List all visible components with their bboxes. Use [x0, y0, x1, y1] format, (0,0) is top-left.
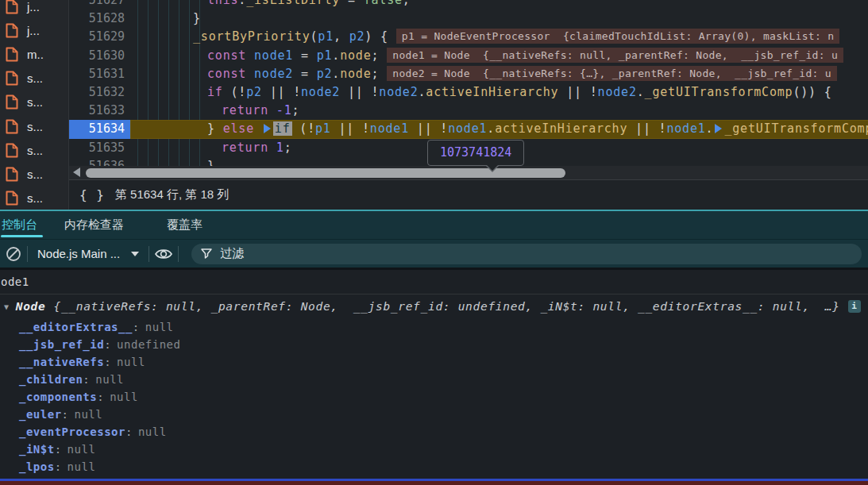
line-number[interactable]: 51628 [69, 10, 130, 28]
property-name: _iN$t [19, 443, 55, 456]
property-colon: : [83, 373, 90, 386]
drawer-tab-1[interactable]: 内存检查器 [56, 211, 132, 239]
drawer-tab-2[interactable]: 覆盖率 [159, 211, 210, 239]
code-token: node1 [666, 121, 705, 136]
code-line: 51634} else if (!p1 || !node1 || !node1.… [69, 120, 868, 138]
line-number[interactable]: 51635 [69, 139, 130, 157]
code-token: node2 [254, 67, 293, 81]
code-token: node1 [254, 48, 293, 63]
code-line-text[interactable]: this._isListDirty = false; [130, 0, 868, 10]
code-token: || ! [558, 85, 597, 99]
code-token: node1 [370, 121, 409, 136]
object-class-name: Node [16, 300, 46, 313]
source-editor: 51627this._isListDirty = false;51628}516… [69, 0, 868, 210]
execution-context-selector[interactable]: Node.js Main ... [33, 247, 144, 260]
sidebar-file-item[interactable]: s... [0, 187, 68, 210]
expander-triangle-icon[interactable]: ▼ [4, 302, 10, 311]
line-number[interactable]: 51632 [69, 83, 130, 102]
drawer-tab-0[interactable]: 控制台 [0, 211, 45, 239]
code-line-text[interactable]: const node2 = p2.node;node2 = Node {__na… [130, 65, 868, 83]
property-colon: : [55, 460, 62, 473]
property-colon: : [55, 443, 62, 456]
code-token: node2 [598, 85, 637, 99]
file-label: j... [27, 0, 40, 13]
code-line: 51632if (!p2 || !node2 || !node2.activeI… [69, 83, 868, 102]
line-number[interactable]: 51631 [69, 65, 130, 83]
code-token: 1 [276, 140, 284, 155]
code-line: 51629_sortByPriority(p1, p2) {p1 = NodeE… [69, 28, 868, 46]
code-token: ; [403, 0, 411, 7]
code-line-text[interactable]: } else if (!p1 || !node1 || !node1.activ… [130, 120, 868, 138]
live-expression-eye-icon[interactable] [154, 246, 173, 262]
code-token: (! [292, 121, 316, 136]
code-token: p2 [349, 29, 365, 44]
object-property-row: _lpos:null [0, 458, 868, 475]
code-token: } [193, 11, 201, 25]
code-token: if [273, 121, 292, 136]
toolbar-divider [149, 246, 149, 262]
sidebar-file-item[interactable]: j... [0, 18, 68, 42]
code-token: ) { [365, 29, 388, 44]
code-line-text[interactable]: const node1 = p1.node;node1 = Node {__na… [130, 47, 868, 65]
line-number[interactable]: 51627 [69, 0, 130, 10]
console-filter-input[interactable]: 过滤 [191, 244, 862, 264]
file-label: s... [27, 144, 43, 157]
line-number[interactable]: 51630 [69, 47, 130, 65]
execution-position-icon [715, 124, 722, 133]
panel-resize-handle[interactable] [0, 210, 868, 211]
code-token: node1 [448, 121, 487, 136]
object-property-row: _children:null [0, 371, 868, 388]
editor-status-bar: { } 第 51634 行, 第 18 列 [69, 179, 868, 210]
code-token: , [334, 29, 349, 44]
file-icon [6, 167, 18, 182]
code-token: else [223, 121, 254, 136]
drawer-tab-bar: 控制台内存检查器覆盖率 [0, 211, 868, 239]
code-token: . [332, 67, 340, 81]
console-toolbar: Node.js Main ... 过滤 [0, 239, 868, 268]
object-property-row: _components:null [0, 388, 868, 406]
code-token: node [340, 48, 371, 63]
object-preview-row[interactable]: ▼ Node {__nativeRefs: null, _parentRef: … [0, 294, 868, 318]
code-token: this [207, 0, 238, 7]
debug-value-annotation: p1 = NodeEventProcessor {claimedTouchIdL… [396, 29, 840, 44]
code-token: if [207, 85, 223, 99]
code-token: } [207, 121, 223, 136]
code-token: . [418, 85, 426, 99]
file-label: j... [27, 24, 40, 37]
paused-line-number[interactable]: 51634 [69, 120, 130, 138]
sidebar-file-item[interactable]: s... [0, 114, 68, 138]
file-icon [6, 143, 18, 158]
code-line: 51633return -1; [69, 102, 868, 120]
code-line: 51628} [69, 10, 868, 28]
property-value: null [138, 425, 167, 438]
sidebar-file-item[interactable]: j... [0, 0, 68, 18]
code-line-text[interactable]: return -1; [130, 102, 868, 120]
code-line-text[interactable]: } [130, 10, 868, 28]
code-token: . [487, 121, 495, 136]
sidebar-file-item[interactable]: s... [0, 90, 68, 114]
file-label: s... [27, 71, 43, 85]
code-token: ( [310, 29, 318, 44]
code-line-text[interactable]: _sortByPriority(p1, p2) {p1 = NodeEventP… [130, 28, 868, 46]
line-number[interactable]: 51629 [69, 28, 130, 46]
code-token: node2 [301, 85, 340, 99]
horizontal-scrollbar[interactable] [69, 166, 868, 179]
info-badge-icon[interactable]: i [848, 300, 861, 313]
sidebar-file-item[interactable]: s... [0, 162, 68, 186]
code-token: . [637, 85, 645, 99]
sidebar-file-item[interactable]: s... [0, 67, 68, 90]
code-token: node [340, 67, 371, 81]
scroll-left-arrow-icon[interactable] [73, 167, 80, 177]
file-icon [6, 47, 18, 62]
code-token: const [207, 67, 246, 81]
pretty-print-icon[interactable]: { } [79, 187, 105, 202]
sidebar-file-item[interactable]: s... [0, 138, 68, 162]
sidebar-file-item[interactable]: m.. [0, 42, 68, 66]
property-colon: : [104, 356, 111, 368]
clear-console-icon[interactable] [5, 245, 22, 263]
line-number[interactable]: 51633 [69, 102, 130, 120]
code-line-text[interactable]: if (!p2 || !node2 || !node2.activeInHier… [130, 83, 868, 102]
object-properties: __editorExtras__:null__jsb_ref_id:undefi… [0, 318, 868, 485]
property-name: _eventProcessor [19, 425, 125, 438]
property-colon: : [62, 408, 69, 421]
